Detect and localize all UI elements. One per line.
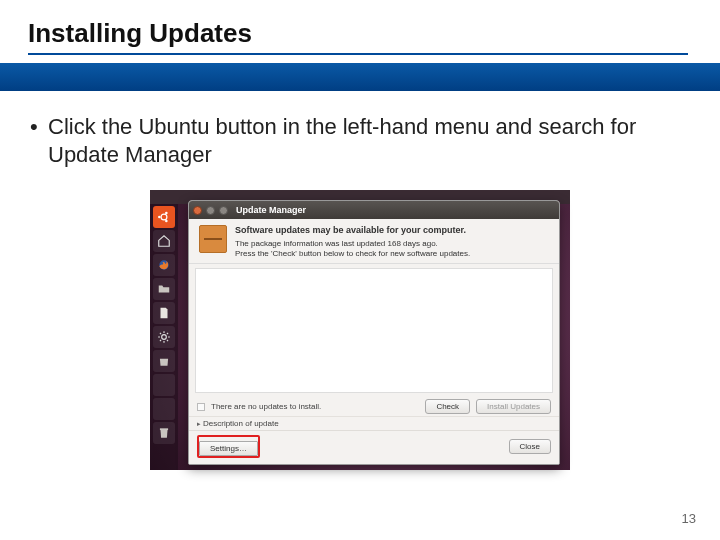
description-label: Description of update [203, 419, 279, 428]
launcher-generic2-icon[interactable] [153, 398, 175, 420]
close-button[interactable]: Close [509, 439, 551, 454]
package-box-icon [199, 225, 227, 253]
bag-icon [157, 354, 171, 368]
close-icon[interactable] [193, 206, 202, 215]
unity-launcher [150, 204, 178, 470]
status-text: There are no updates to install. [211, 402, 321, 411]
folder-icon [157, 282, 171, 296]
window-footer: Settings… Close [189, 430, 559, 464]
settings-button[interactable]: Settings… [199, 441, 258, 456]
launcher-settings-icon[interactable] [153, 326, 175, 348]
update-sub1: The package information was last updated… [235, 239, 470, 249]
bullet-item: • Click the Ubuntu button in the left-ha… [30, 113, 690, 168]
launcher-firefox-icon[interactable] [153, 254, 175, 276]
svg-point-2 [165, 212, 168, 215]
slide: Installing Updates • Click the Ubuntu bu… [0, 0, 720, 540]
status-row: There are no updates to install. Check I… [189, 397, 559, 416]
launcher-software-icon[interactable] [153, 350, 175, 372]
ubuntu-screenshot: Update Manager Software updates may be a… [150, 190, 570, 470]
install-updates-button: Install Updates [476, 399, 551, 414]
bullet-area: • Click the Ubuntu button in the left-ha… [0, 91, 720, 168]
chevron-right-icon: ▸ [197, 420, 201, 428]
update-header-text: Software updates may be available for yo… [235, 225, 470, 259]
checkbox-icon[interactable] [197, 403, 205, 411]
firefox-icon [157, 258, 171, 272]
update-manager-window: Update Manager Software updates may be a… [188, 200, 560, 465]
check-button[interactable]: Check [425, 399, 470, 414]
launcher-trash-icon[interactable] [153, 422, 175, 444]
launcher-home-icon[interactable] [153, 230, 175, 252]
update-header: Software updates may be available for yo… [189, 219, 559, 264]
home-icon [157, 234, 171, 248]
ubuntu-logo-icon [157, 210, 171, 224]
launcher-files-icon[interactable] [153, 278, 175, 300]
description-toggle[interactable]: ▸Description of update [189, 416, 559, 430]
updates-list[interactable] [195, 268, 553, 393]
svg-point-1 [158, 216, 161, 219]
maximize-icon[interactable] [219, 206, 228, 215]
update-heading: Software updates may be available for yo… [235, 225, 470, 237]
update-sub2: Press the 'Check' button below to check … [235, 249, 470, 259]
minimize-icon[interactable] [206, 206, 215, 215]
window-titlebar[interactable]: Update Manager [189, 201, 559, 219]
page-number: 13 [682, 511, 696, 526]
svg-point-0 [161, 214, 167, 220]
bullet-dot: • [30, 113, 48, 168]
svg-rect-6 [160, 428, 168, 430]
document-icon [157, 306, 171, 320]
settings-highlight: Settings… [197, 435, 260, 458]
launcher-generic-icon[interactable] [153, 374, 175, 396]
svg-point-5 [162, 335, 167, 340]
window-title: Update Manager [236, 205, 306, 215]
title-area: Installing Updates [0, 0, 720, 63]
gear-icon [157, 330, 171, 344]
launcher-docs-icon[interactable] [153, 302, 175, 324]
ubuntu-dash-icon[interactable] [153, 206, 175, 228]
bullet-text: Click the Ubuntu button in the left-hand… [48, 113, 690, 168]
accent-band [0, 63, 720, 91]
slide-title: Installing Updates [28, 18, 688, 55]
trash-icon [157, 426, 171, 440]
svg-point-3 [165, 220, 168, 223]
